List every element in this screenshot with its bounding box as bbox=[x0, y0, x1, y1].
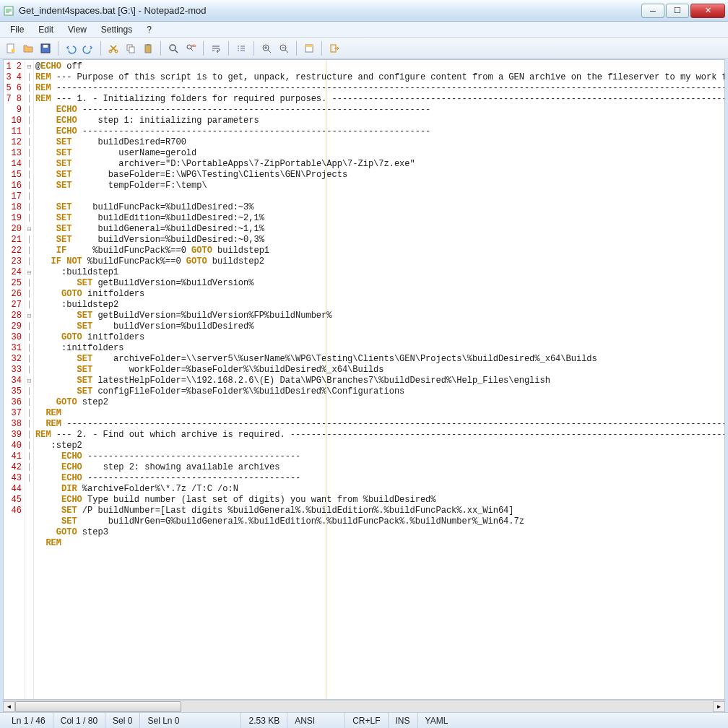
menu-view[interactable]: View bbox=[62, 23, 92, 36]
menubar: File Edit View Settings ? bbox=[0, 22, 728, 38]
redo-icon[interactable] bbox=[80, 40, 96, 56]
horizontal-scrollbar[interactable]: ◄ ► bbox=[3, 700, 725, 712]
toolbar: ab bbox=[0, 38, 728, 59]
status-eol: CR+LF bbox=[345, 713, 388, 728]
statusbar: Ln 1 / 46 Col 1 / 80 Sel 0 Sel Ln 0 2.53… bbox=[0, 712, 728, 728]
svg-rect-9 bbox=[145, 45, 151, 53]
paste-icon[interactable] bbox=[140, 40, 156, 56]
maximize-button[interactable]: ☐ bbox=[666, 4, 689, 18]
show-whitespace-icon[interactable] bbox=[233, 40, 249, 56]
status-sel: Sel 0 bbox=[105, 713, 140, 728]
status-column: Col 1 / 80 bbox=[53, 713, 105, 728]
scroll-thumb[interactable] bbox=[15, 701, 181, 712]
exit-icon[interactable] bbox=[326, 40, 342, 56]
menu-settings[interactable]: Settings bbox=[95, 23, 138, 36]
status-insert-mode: INS bbox=[389, 713, 418, 728]
new-file-icon[interactable] bbox=[3, 40, 19, 56]
code-content[interactable]: @ECHO off REM --- Purpose of this script… bbox=[34, 60, 724, 699]
cut-icon[interactable] bbox=[105, 40, 121, 56]
svg-rect-17 bbox=[306, 45, 313, 47]
editor-area: 1 2 3 4 5 6 7 8 9 10 11 12 13 14 15 16 1… bbox=[0, 59, 728, 700]
undo-icon[interactable] bbox=[63, 40, 79, 56]
svg-point-2 bbox=[12, 48, 15, 52]
long-line-marker bbox=[326, 60, 326, 699]
scheme-icon[interactable] bbox=[301, 40, 317, 56]
zoom-in-icon[interactable] bbox=[259, 40, 274, 56]
open-file-icon[interactable] bbox=[20, 40, 36, 56]
menu-file[interactable]: File bbox=[4, 23, 30, 36]
zoom-out-icon[interactable] bbox=[276, 40, 292, 56]
window-title: Get_indent4spaces.bat [G:\] - Notepad2-m… bbox=[19, 5, 640, 16]
menu-edit[interactable]: Edit bbox=[32, 23, 59, 36]
svg-text:ab: ab bbox=[191, 43, 196, 48]
scroll-left-icon[interactable]: ◄ bbox=[3, 701, 15, 712]
word-wrap-icon[interactable] bbox=[208, 40, 224, 56]
save-file-icon[interactable] bbox=[38, 40, 53, 56]
status-sel-ln: Sel Ln 0 bbox=[140, 713, 241, 728]
app-icon bbox=[3, 5, 14, 17]
svg-rect-10 bbox=[147, 44, 150, 46]
status-language: YAML bbox=[418, 713, 724, 728]
status-position: Ln 1 / 46 bbox=[4, 713, 53, 728]
copy-icon[interactable] bbox=[123, 40, 139, 56]
titlebar: Get_indent4spaces.bat [G:\] - Notepad2-m… bbox=[0, 0, 728, 22]
fold-gutter: ⊟ │ │ │ │ │ │ │ │ │ │ │ │ │ │ ⊟ │ │ │ ⊟ … bbox=[25, 60, 34, 699]
replace-icon[interactable]: ab bbox=[183, 40, 199, 56]
window-buttons: ─ ☐ ✕ bbox=[640, 4, 725, 18]
find-icon[interactable] bbox=[165, 40, 181, 56]
minimize-button[interactable]: ─ bbox=[641, 4, 664, 18]
scroll-right-icon[interactable]: ► bbox=[713, 701, 725, 712]
menu-help[interactable]: ? bbox=[141, 23, 157, 36]
svg-rect-4 bbox=[43, 45, 48, 48]
svg-rect-8 bbox=[129, 47, 134, 53]
status-encoding: ANSI bbox=[287, 713, 345, 728]
status-size: 2.53 KB bbox=[241, 713, 287, 728]
line-number-gutter: 1 2 3 4 5 6 7 8 9 10 11 12 13 14 15 16 1… bbox=[4, 60, 25, 699]
svg-point-11 bbox=[170, 45, 176, 51]
close-button[interactable]: ✕ bbox=[690, 4, 725, 18]
